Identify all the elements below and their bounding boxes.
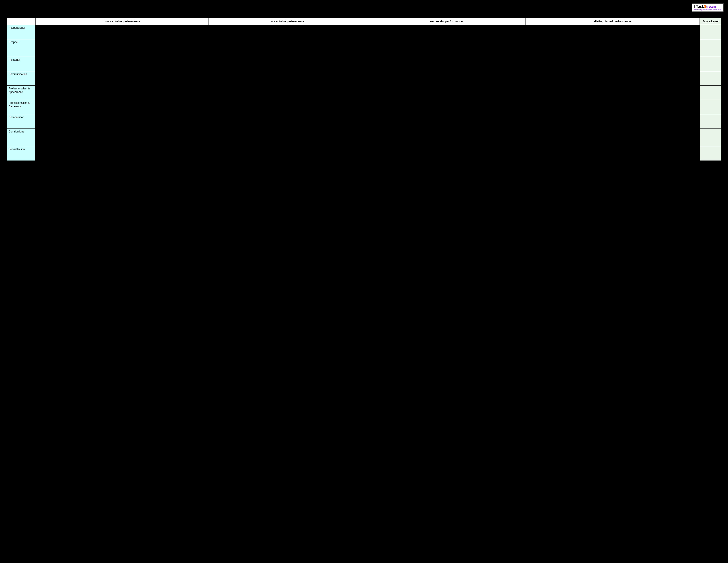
cell-self-reflection-unacceptable <box>36 146 208 161</box>
header-unacceptable: unacceptable performance <box>36 18 208 25</box>
cell-contributions-successful <box>367 129 525 146</box>
cell-communication-unacceptable <box>36 71 208 86</box>
table-row: Respect <box>7 39 721 57</box>
logo-stream: tream <box>706 5 716 8</box>
table-row: Collaboration <box>7 114 721 129</box>
cell-self-reflection-successful <box>367 146 525 161</box>
criteria-professionalism-appearance: Professionalism & Appearance <box>7 86 36 100</box>
table-row: Responsibility <box>7 25 721 39</box>
cell-reliability-unacceptable <box>36 57 208 71</box>
criteria-self-reflection: Self-reflection <box>7 146 36 161</box>
criteria-respect: Respect <box>7 39 36 57</box>
table-row: Contributions <box>7 129 721 146</box>
cell-prof-demeanor-acceptable <box>208 100 367 114</box>
cell-prof-appearance-distinguished <box>525 86 700 100</box>
cell-prof-appearance-unacceptable <box>36 86 208 100</box>
table-row: Communication <box>7 71 721 86</box>
cell-responsibility-acceptable <box>208 25 367 39</box>
cell-respect-score[interactable] <box>700 39 721 57</box>
cell-respect-successful <box>367 39 525 57</box>
cell-collaboration-score[interactable] <box>700 114 721 129</box>
header-score: Score/Level <box>700 18 721 25</box>
cell-prof-demeanor-unacceptable <box>36 100 208 114</box>
table-container: unacceptable performance acceptable perf… <box>7 18 724 161</box>
cell-responsibility-successful <box>367 25 525 39</box>
logo-text: | TaskStream <box>694 5 716 8</box>
page-wrapper: | TaskStream Advancing Assessment Excell… <box>0 0 728 563</box>
cell-reliability-distinguished <box>525 57 700 71</box>
cell-contributions-unacceptable <box>36 129 208 146</box>
cell-prof-demeanor-score[interactable] <box>700 100 721 114</box>
cell-responsibility-unacceptable <box>36 25 208 39</box>
cell-prof-demeanor-distinguished <box>525 100 700 114</box>
logo-subtitle: Advancing Assessment Excellence <box>694 9 721 11</box>
criteria-professionalism-demeanor: Professionalism & Demeanor <box>7 100 36 114</box>
cell-prof-appearance-acceptable <box>208 86 367 100</box>
criteria-communication: Communication <box>7 71 36 86</box>
logo-area: | TaskStream Advancing Assessment Excell… <box>692 3 724 12</box>
cell-contributions-score[interactable] <box>700 129 721 146</box>
cell-self-reflection-distinguished <box>525 146 700 161</box>
cell-self-reflection-acceptable <box>208 146 367 161</box>
cell-prof-appearance-successful <box>367 86 525 100</box>
cell-reliability-successful <box>367 57 525 71</box>
cell-reliability-acceptable <box>208 57 367 71</box>
cell-prof-appearance-score[interactable] <box>700 86 721 100</box>
cell-contributions-distinguished <box>525 129 700 146</box>
criteria-collaboration: Collaboration <box>7 114 36 129</box>
cell-collaboration-distinguished <box>525 114 700 129</box>
criteria-reliability: Reliability <box>7 57 36 71</box>
logo-task: Task <box>696 5 704 8</box>
cell-self-reflection-score[interactable] <box>700 146 721 161</box>
header-acceptable: acceptable performance <box>208 18 367 25</box>
cell-respect-acceptable <box>208 39 367 57</box>
cell-collaboration-successful <box>367 114 525 129</box>
cell-communication-successful <box>367 71 525 86</box>
cell-collaboration-unacceptable <box>36 114 208 129</box>
rubric-table: unacceptable performance acceptable perf… <box>7 18 721 161</box>
table-row: Professionalism & Demeanor <box>7 100 721 114</box>
cell-communication-distinguished <box>525 71 700 86</box>
table-row: Self-reflection <box>7 146 721 161</box>
criteria-contributions: Contributions <box>7 129 36 146</box>
criteria-responsibility: Responsibility <box>7 25 36 39</box>
cell-reliability-score[interactable] <box>700 57 721 71</box>
cell-responsibility-distinguished <box>525 25 700 39</box>
header-distinguished: distinguished performance <box>525 18 700 25</box>
header-successful: successful performance <box>367 18 525 25</box>
cell-communication-acceptable <box>208 71 367 86</box>
cell-respect-unacceptable <box>36 39 208 57</box>
cell-communication-score[interactable] <box>700 71 721 86</box>
logo-s: S <box>704 5 706 8</box>
cell-collaboration-acceptable <box>208 114 367 129</box>
header-criteria <box>7 18 36 25</box>
table-row: Professionalism & Appearance <box>7 86 721 100</box>
cell-contributions-acceptable <box>208 129 367 146</box>
table-header-row: unacceptable performance acceptable perf… <box>7 18 721 25</box>
cell-respect-distinguished <box>525 39 700 57</box>
table-row: Reliability <box>7 57 721 71</box>
cell-prof-demeanor-successful <box>367 100 525 114</box>
cell-responsibility-score[interactable] <box>700 25 721 39</box>
logo-box: | TaskStream Advancing Assessment Excell… <box>692 3 724 12</box>
